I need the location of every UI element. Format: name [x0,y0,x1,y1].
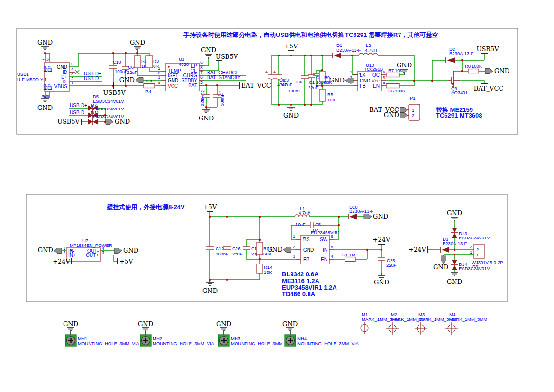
net-label: BAT_VCC [474,85,504,92]
value: 22uF [127,70,137,75]
net-label: +24V [53,258,70,265]
value: 12K [327,97,336,102]
pin-number: 3 [158,75,160,80]
net-port-24v-c25[interactable]: +24V [373,236,391,244]
net-label: USB5V [57,118,80,125]
net-port-usb5v-d2[interactable]: USB5V [476,46,499,54]
value: 100nF [288,88,301,93]
comment-replace-line2: TC6291 MT3608 [436,112,482,119]
value: 100nF [216,251,228,256]
net-port-gnd-u4[interactable]: GND [267,246,291,253]
net-port-gnd-u10pin2[interactable]: GND [329,77,353,84]
pin-number-inner: 2 [476,247,479,252]
net-port-batvcc-q9[interactable]: BAT_VCC [474,84,504,92]
net-label: GND [374,279,389,286]
net-port-gnd-u3pin3[interactable]: GND [119,76,143,83]
net-label: GND [267,246,282,253]
net-label: GND [130,39,145,46]
pin-number: 5 [71,62,73,66]
net-label: +24V [373,236,391,243]
pin-name: FB [303,257,309,262]
value: MARK_1MM_3MM [449,317,487,322]
value: B230A-13-F [336,47,361,53]
pin-name: BAT [188,83,197,88]
pin-number: 6 [45,58,50,61]
net-port-gnd-u7-right[interactable]: GND [114,247,138,254]
pin-name: IN+ [68,253,76,258]
net-port-gnd-p1[interactable]: GND [384,111,408,119]
pin-name: BS [303,237,310,242]
note-bl9342: BL9342 0.6A [282,271,319,278]
ref: C5 [315,222,321,227]
pin-number: 1 [158,66,160,71]
net-label: GND [123,247,138,254]
net-port-usb5v-ce[interactable]: USB5V [216,53,238,61]
net-label: GND [37,104,53,111]
net-label: GND [447,278,462,285]
pin-number: 3 [71,72,73,76]
pin-name: FB [360,83,366,89]
pin-name-vbus: VBUS [54,84,68,89]
ref: P1 [410,95,416,100]
net-label-usb-dm[interactable]: USB-D- [84,76,100,81]
net-label: GND [138,320,153,328]
net-port-5v-u7[interactable]: +5V [118,258,133,265]
net-port-gnd-d10[interactable]: GND [364,213,388,220]
ref: C1 [309,80,315,85]
pin-number: 2 [412,113,414,118]
net-port-24v-u7[interactable]: +24V [53,258,72,265]
comment-handheld[interactable]: 手持设备时使用这部分电路，自动USB供电和电池供电切换 [183,31,344,38]
ref: R7 [388,68,394,73]
pin-number: 2 [470,245,472,249]
pin-name-ep: EP [47,83,53,90]
net-label-usb-dp-2[interactable]: USB-D+ [70,103,87,108]
net-label: GND [494,67,509,74]
net-label: GND [384,111,399,119]
value: 100nF [219,93,225,106]
net-label: GND [201,46,216,54]
value: U-F-M5DD-Y-1 [17,77,47,82]
value: B230A-13-F [449,51,473,56]
comment-tc6291-r7[interactable]: TC6291 需要焊接R7，其他可悬空 [345,31,438,38]
net-label: +5V [284,43,298,50]
ref: R1 [342,252,348,257]
net-label: GND [63,320,78,328]
net-port-batvcc-u3[interactable]: BAT_VCC [239,82,271,89]
pin-number: 2 [63,250,65,255]
ref: C2 [200,90,205,96]
net-port-usb5v-esd[interactable]: USB5V [57,118,81,125]
note-me3116: ME3116 1.2A [282,277,319,284]
value: 22uF [200,96,205,106]
value: MOUNTING_HOLE_3MM_VIA [78,341,140,346]
ref: R4 [145,89,151,94]
value: ESD3C24V01V [93,99,124,104]
pin-name: Vcc [372,78,380,83]
component-r14[interactable]: R14 13K [257,264,272,275]
net-label-usb-dm-2[interactable]: USB-D- [70,110,86,115]
pin-name: OUT+ [86,253,99,258]
pin-name: SW [320,237,328,242]
comment-wall-mount[interactable]: 壁挂式使用，外接电源8-24V [106,203,185,210]
pin-number: 8 [200,65,203,70]
pin-name: VCC [168,83,178,89]
net-label: GND [397,62,412,69]
pin-number: 2 [293,245,295,249]
net-port-gnd-r8[interactable]: GND [485,67,509,74]
ref: C10 [113,59,121,64]
net-label-bat-standby[interactable]: BAT_STANDBY [207,75,241,80]
pin-name-ep: EP [47,65,53,72]
net-label: GND [216,320,231,328]
ref: P3 [472,264,478,269]
pin-number: 6 [383,70,385,74]
pin-number: 3 [293,254,295,259]
pin-number: 4 [71,67,73,72]
net-label: USB5V [103,89,126,96]
net-port-24v-d3[interactable]: +24V [409,246,427,253]
pin-number: 4 [331,254,333,259]
pin-number: 5 [383,75,385,80]
pin-number: 6 [331,234,333,239]
pin-number: 9 [200,61,203,65]
net-port-gnd-esd[interactable]: GND [106,118,130,125]
value: ESD3C24V01V [459,235,490,240]
component-r3[interactable]: R3 0R [146,56,159,69]
